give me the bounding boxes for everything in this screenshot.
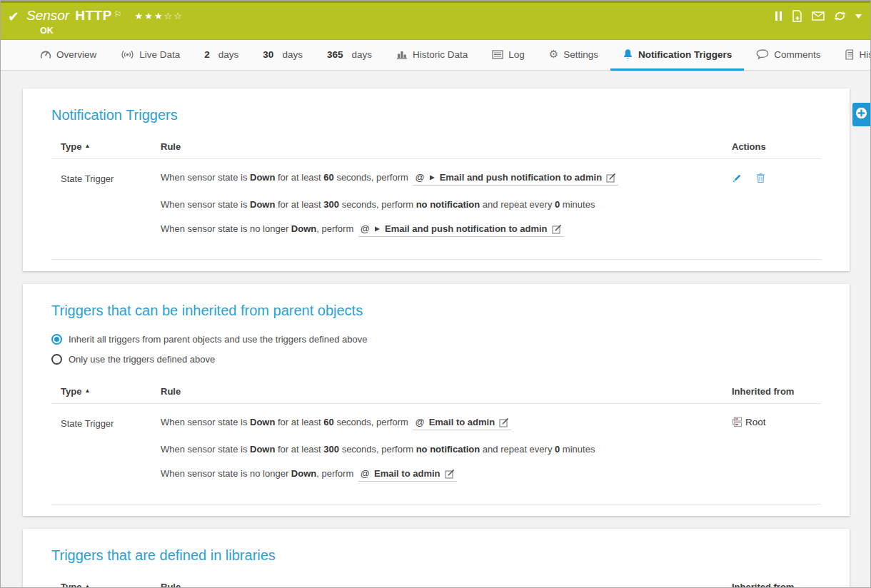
root-group-icon bbox=[732, 417, 743, 427]
column-header-actions: Actions bbox=[732, 141, 821, 152]
sensor-name: HTTP bbox=[75, 7, 112, 24]
tab-settings[interactable]: ⚙Settings bbox=[537, 40, 610, 71]
radio-inherit-all-triggers[interactable]: Inherit all triggers from parent objects… bbox=[51, 329, 821, 349]
trigger-rows: State TriggerWhen sensor state is Down f… bbox=[51, 404, 821, 505]
trigger-row: State TriggerWhen sensor state is Down f… bbox=[51, 417, 821, 495]
trigger-actions bbox=[732, 172, 821, 250]
add-trigger-button[interactable] bbox=[852, 103, 870, 126]
gauge-icon bbox=[40, 49, 51, 59]
priority-stars[interactable]: ★★★☆☆ bbox=[135, 8, 183, 25]
inherited-triggers-panel: Triggers that can be inherited from pare… bbox=[23, 284, 850, 516]
tab-comments[interactable]: Comments bbox=[744, 40, 832, 71]
tab-label: days bbox=[351, 49, 372, 60]
notification-link[interactable]: @Email and push notification to admin bbox=[413, 172, 618, 186]
library-triggers-panel: Triggers that are defined in libraries T… bbox=[23, 529, 850, 588]
add-report-icon[interactable] bbox=[792, 10, 802, 22]
send-email-icon[interactable] bbox=[812, 11, 825, 21]
notification-link[interactable]: @Email to admin bbox=[358, 468, 457, 482]
edit-notification-icon[interactable] bbox=[606, 173, 616, 183]
tab-label: days bbox=[282, 49, 303, 60]
panel-title: Notification Triggers bbox=[51, 106, 821, 124]
notification-name: Email to admin bbox=[429, 417, 495, 427]
rule-line: When sensor state is Down for at least 6… bbox=[161, 172, 732, 186]
radio-circle bbox=[51, 354, 62, 365]
edit-trigger-icon[interactable] bbox=[732, 173, 742, 183]
sort-asc-icon: ▲ bbox=[84, 583, 90, 588]
rule-line: When sensor state is Down for at least 3… bbox=[161, 444, 732, 455]
tab-label: History bbox=[860, 49, 871, 60]
tab-365-days[interactable]: 365days bbox=[315, 40, 384, 71]
column-header-rule: Rule bbox=[161, 141, 732, 152]
notification-triggers-panel: Notification Triggers Type▲ Rule Actions… bbox=[23, 88, 850, 271]
arrow-right-icon bbox=[374, 225, 381, 233]
inherited-from-label: Root bbox=[745, 417, 766, 427]
sensor-header: ✔ Sensor HTTP ⚐ ★★★☆☆ OK bbox=[1, 1, 870, 40]
rule-line: When sensor state is no longer Down, per… bbox=[161, 468, 732, 482]
sensor-title-block: Sensor HTTP ⚐ ★★★☆☆ OK bbox=[26, 7, 183, 36]
trigger-rows: State TriggerWhen sensor state is Down f… bbox=[51, 159, 821, 260]
sensor-status-badge: OK bbox=[40, 26, 183, 36]
notification-link[interactable]: @Email and push notification to admin bbox=[358, 223, 564, 237]
tab-label: Live Data bbox=[139, 49, 180, 60]
at-icon: @ bbox=[361, 468, 370, 479]
inherited-from-link[interactable]: Root bbox=[732, 417, 821, 427]
notification-name: Email to admin bbox=[374, 468, 440, 479]
column-header-type[interactable]: Type▲ bbox=[51, 141, 161, 152]
table-header: Type▲ Rule Inherited from bbox=[51, 582, 821, 588]
tab-historic-data[interactable]: Historic Data bbox=[384, 40, 480, 71]
trigger-rule-lines: When sensor state is Down for at least 6… bbox=[161, 172, 732, 250]
tab-log[interactable]: Log bbox=[480, 40, 537, 71]
edit-notification-icon[interactable] bbox=[552, 224, 562, 234]
tab-history[interactable]: History bbox=[833, 40, 871, 71]
edit-notification-icon[interactable] bbox=[499, 417, 509, 427]
tab-live-data[interactable]: Live Data bbox=[109, 40, 192, 71]
edit-notification-icon[interactable] bbox=[445, 469, 455, 479]
pause-icon[interactable] bbox=[774, 11, 782, 21]
at-icon: @ bbox=[415, 417, 424, 427]
tab-label: Comments bbox=[774, 49, 820, 60]
tab-label: days bbox=[218, 49, 239, 60]
object-kind-label: Sensor bbox=[26, 7, 69, 24]
tab-label: Notification Triggers bbox=[638, 49, 732, 60]
flag-icon[interactable]: ⚐ bbox=[114, 6, 122, 23]
column-header-type[interactable]: Type▲ bbox=[51, 386, 161, 397]
trigger-type: State Trigger bbox=[51, 173, 161, 250]
refresh-icon[interactable] bbox=[834, 11, 846, 21]
prtg-sensor-page: ✔ Sensor HTTP ⚐ ★★★☆☆ OK bbox=[0, 0, 871, 588]
bell-icon bbox=[623, 49, 633, 60]
at-icon: @ bbox=[361, 223, 370, 234]
tab-label: Settings bbox=[563, 49, 598, 60]
rule-line: When sensor state is no longer Down, per… bbox=[161, 223, 732, 237]
bar-chart-icon bbox=[396, 49, 408, 59]
notification-name: Email and push notification to admin bbox=[385, 223, 548, 234]
header-toolbar bbox=[774, 10, 862, 22]
tab-label: Overview bbox=[56, 49, 96, 60]
sort-asc-icon: ▲ bbox=[84, 387, 90, 394]
tab-2-days[interactable]: 2days bbox=[192, 40, 251, 71]
history-icon bbox=[845, 49, 855, 60]
column-header-type[interactable]: Type▲ bbox=[51, 582, 161, 588]
column-header-rule: Rule bbox=[161, 582, 732, 588]
comment-icon bbox=[756, 49, 769, 59]
tab-label: Historic Data bbox=[413, 49, 468, 60]
tab-label: Log bbox=[508, 49, 525, 60]
radio-only-defined-triggers[interactable]: Only use the triggers defined above bbox=[51, 349, 821, 369]
table-header: Type▲ Rule Actions bbox=[51, 141, 821, 159]
header-menu-caret-icon[interactable] bbox=[855, 14, 862, 19]
delete-trigger-icon[interactable] bbox=[756, 173, 765, 183]
tab-notification-triggers[interactable]: Notification Triggers bbox=[610, 40, 744, 71]
panel-title: Triggers that are defined in libraries bbox=[51, 546, 821, 564]
gear-icon: ⚙ bbox=[549, 49, 558, 60]
plus-circle-icon bbox=[855, 107, 867, 122]
trigger-rule-lines: When sensor state is Down for at least 6… bbox=[161, 417, 732, 495]
rule-line: When sensor state is Down for at least 6… bbox=[161, 417, 732, 430]
at-icon: @ bbox=[415, 172, 424, 183]
tab-30-days[interactable]: 30days bbox=[251, 40, 315, 71]
log-icon bbox=[492, 50, 503, 59]
inherit-options-radio-group: Inherit all triggers from parent objects… bbox=[51, 329, 821, 369]
notification-link[interactable]: @Email to admin bbox=[413, 417, 511, 430]
tab-overview[interactable]: Overview bbox=[28, 40, 109, 71]
notification-name: Email and push notification to admin bbox=[440, 172, 603, 183]
sensor-tab-bar: OverviewLive Data2days30days365daysHisto… bbox=[1, 40, 870, 71]
trigger-type: State Trigger bbox=[51, 418, 161, 495]
